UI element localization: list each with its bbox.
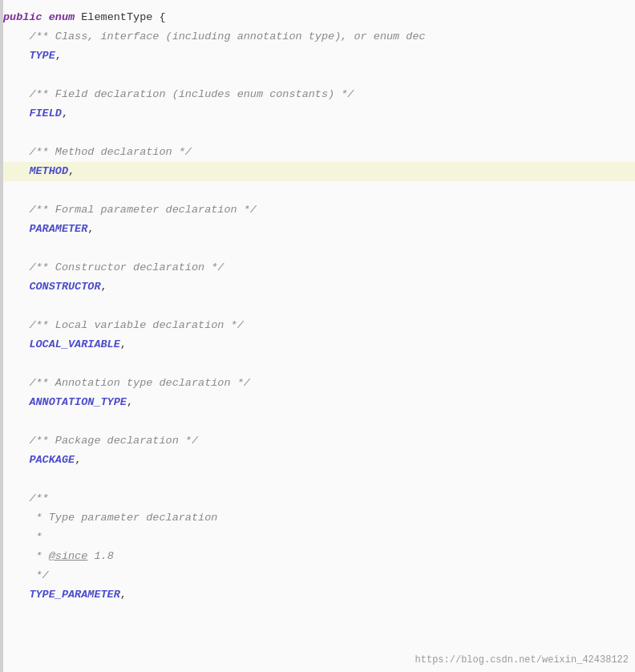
code-line: /** Package declaration */ bbox=[0, 431, 635, 451]
code-line bbox=[0, 181, 635, 200]
code-line: /** bbox=[0, 489, 635, 508]
code-line: /** Annotation type declaration */ bbox=[0, 374, 635, 393]
code-line bbox=[0, 123, 635, 143]
code-line: /** Local variable declaration */ bbox=[0, 316, 635, 335]
code-line bbox=[0, 239, 635, 258]
token-comment: * bbox=[36, 550, 49, 562]
code-lines: public enum ElementType { /** Class, int… bbox=[0, 8, 635, 605]
token-plain: , bbox=[75, 454, 81, 466]
token-tag: @since bbox=[49, 550, 88, 562]
line-content: /** Field declaration (includes enum con… bbox=[0, 86, 354, 103]
token-plain: , bbox=[62, 107, 68, 119]
token-identifier: METHOD bbox=[29, 165, 68, 177]
line-content: public enum ElementType { bbox=[0, 9, 166, 26]
code-line: */ bbox=[0, 566, 635, 585]
line-content: /** Package declaration */ bbox=[0, 432, 198, 450]
token-identifier: PARAMETER bbox=[29, 223, 87, 235]
code-line: CONSTRUCTOR, bbox=[0, 277, 635, 297]
code-line: PARAMETER, bbox=[0, 220, 635, 239]
token-comment: /** Local variable declaration */ bbox=[29, 319, 243, 331]
token-identifier: TYPE_PARAMETER bbox=[29, 589, 119, 601]
code-line: /** Class, interface (including annotati… bbox=[0, 27, 635, 47]
token-comment: 1.8 bbox=[87, 550, 113, 562]
watermark: https://blog.csdn.net/weixin_42438122 bbox=[415, 654, 629, 666]
token-comment: /** Constructor declaration */ bbox=[29, 261, 224, 273]
line-content: * @since 1.8 bbox=[0, 548, 114, 565]
code-line: TYPE_PARAMETER, bbox=[0, 585, 635, 605]
code-line: LOCAL_VARIABLE, bbox=[0, 335, 635, 354]
code-line bbox=[0, 470, 635, 489]
line-content: /** bbox=[0, 490, 49, 508]
code-line bbox=[0, 297, 635, 316]
token-comment: /** Class, interface (including annotati… bbox=[29, 30, 425, 43]
line-content: * bbox=[0, 528, 42, 546]
token-identifier: CONSTRUCTOR bbox=[29, 281, 100, 293]
code-line: PACKAGE, bbox=[0, 451, 635, 470]
token-plain: , bbox=[55, 50, 62, 62]
code-line bbox=[0, 354, 635, 374]
line-content: /** Annotation type declaration */ bbox=[0, 374, 250, 392]
code-line: ANNOTATION_TYPE, bbox=[0, 393, 635, 412]
token-comment: */ bbox=[36, 569, 49, 581]
code-line: /** Field declaration (includes enum con… bbox=[0, 85, 635, 104]
line-content: */ bbox=[0, 567, 49, 585]
token-keyword: public bbox=[3, 11, 42, 23]
token-plain: ElementType { bbox=[75, 11, 165, 23]
token-comment: /** Package declaration */ bbox=[29, 435, 198, 447]
token-identifier: TYPE bbox=[29, 50, 55, 62]
line-content: /** Formal parameter declaration */ bbox=[0, 201, 257, 219]
line-content: CONSTRUCTOR, bbox=[0, 278, 107, 296]
line-content: /** Method declaration */ bbox=[0, 144, 192, 161]
token-keyword: enum bbox=[49, 11, 75, 23]
token-plain: , bbox=[120, 338, 127, 350]
token-identifier: PACKAGE bbox=[29, 454, 75, 466]
left-border bbox=[0, 0, 3, 672]
token-comment: * Type parameter declaration bbox=[36, 512, 218, 524]
code-line: FIELD, bbox=[0, 104, 635, 123]
line-content: /** Constructor declaration */ bbox=[0, 259, 224, 277]
code-line bbox=[0, 66, 635, 85]
token-plain: , bbox=[120, 589, 127, 601]
code-line bbox=[0, 412, 635, 431]
token-comment: /** Formal parameter declaration */ bbox=[29, 204, 257, 216]
token-identifier: LOCAL_VARIABLE bbox=[29, 338, 119, 350]
token-plain bbox=[42, 11, 49, 23]
token-comment: * bbox=[36, 531, 42, 543]
token-identifier: ANNOTATION_TYPE bbox=[29, 396, 127, 408]
token-plain: , bbox=[127, 396, 133, 408]
token-plain: , bbox=[87, 223, 94, 235]
line-content: /** Local variable declaration */ bbox=[0, 317, 244, 334]
token-comment: /** bbox=[29, 492, 48, 504]
code-line: * @since 1.8 bbox=[0, 547, 635, 566]
token-plain: , bbox=[68, 165, 75, 177]
line-content: TYPE_PARAMETER, bbox=[0, 586, 127, 604]
line-content: /** Class, interface (including annotati… bbox=[0, 28, 426, 46]
token-identifier: FIELD bbox=[29, 107, 62, 119]
line-content: TYPE, bbox=[0, 47, 62, 65]
code-line: METHOD, bbox=[0, 162, 635, 181]
code-line: * bbox=[0, 528, 635, 547]
line-content: LOCAL_VARIABLE, bbox=[0, 336, 127, 354]
token-plain: , bbox=[101, 281, 107, 293]
line-content: FIELD, bbox=[0, 105, 68, 123]
code-line: TYPE, bbox=[0, 47, 635, 66]
code-line: /** Method declaration */ bbox=[0, 143, 635, 162]
code-line: /** Formal parameter declaration */ bbox=[0, 200, 635, 220]
line-content: PACKAGE, bbox=[0, 451, 81, 469]
code-line: public enum ElementType { bbox=[0, 8, 635, 27]
code-editor: public enum ElementType { /** Class, int… bbox=[0, 0, 635, 672]
line-content: METHOD, bbox=[0, 163, 75, 180]
code-line: * Type parameter declaration bbox=[0, 508, 635, 528]
token-comment: /** Annotation type declaration */ bbox=[29, 377, 249, 389]
token-comment: /** Field declaration (includes enum con… bbox=[29, 88, 354, 100]
line-content: ANNOTATION_TYPE, bbox=[0, 394, 133, 411]
line-content: * Type parameter declaration bbox=[0, 509, 217, 527]
token-comment: /** Method declaration */ bbox=[29, 146, 192, 158]
line-content: PARAMETER, bbox=[0, 221, 94, 238]
code-line: /** Constructor declaration */ bbox=[0, 258, 635, 277]
